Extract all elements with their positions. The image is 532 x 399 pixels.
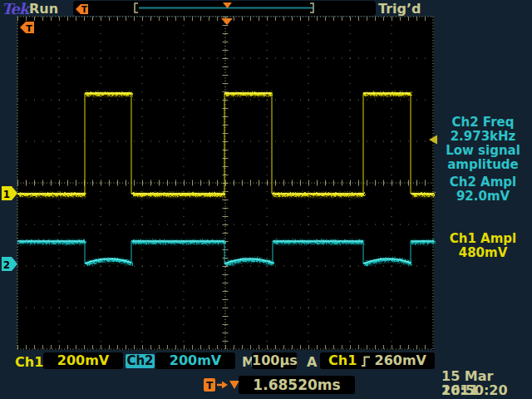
warning-line1: Low signal	[434, 144, 532, 158]
delay-arrow-head-icon	[222, 382, 228, 389]
acquisition-status: Run	[29, 1, 58, 17]
ch1-ampl-title: Ch1 Ampl	[434, 232, 532, 246]
trigger-status: Trig’d	[378, 1, 421, 17]
record-preview-bar	[73, 1, 376, 16]
ch1-ampl-value: 480mV	[434, 246, 532, 260]
ch1-scale-readout: 200mV	[43, 352, 123, 369]
warning-line2: amplitude	[434, 158, 532, 172]
rising-edge-icon	[361, 355, 371, 367]
clock-display: 16:50:20	[441, 383, 508, 397]
ch1-label: Ch1	[15, 354, 43, 370]
ch2-trace-edges	[85, 241, 411, 264]
ch1-ground-marker-label: 1	[3, 189, 10, 200]
waveform-traces	[17, 93, 434, 264]
trigger-source: Ch1	[328, 352, 357, 369]
graticule-area	[17, 17, 434, 350]
tek-logo: Tek	[2, 0, 28, 17]
ch1-ground-marker	[2, 186, 17, 200]
ch1-ampl-measurement: Ch1 Ampl 480mV	[434, 232, 532, 260]
trigger-position-icon	[221, 18, 233, 25]
graticule-grid	[17, 17, 433, 349]
trigger-time-flag-icon	[20, 22, 34, 33]
ch1-trace-glow	[17, 93, 434, 194]
ch2-ampl-title: Ch2 Ampl	[434, 175, 532, 190]
oscilloscope-screen: T T 1 2 T Tek Run Trig’d Ch2 Freq 2.973k…	[0, 0, 532, 399]
ch2-trace	[17, 241, 434, 264]
ch1-trace-edges	[85, 93, 411, 194]
trigger-mode-label: A	[307, 354, 317, 370]
trigger-readout: Ch1 260mV	[320, 352, 435, 369]
ch2-ground-marker	[2, 257, 17, 271]
timebase-readout: 100µs	[252, 352, 297, 369]
ch2-freq-measurement: Ch2 Freq 2.973kHz Low signal amplitude	[434, 116, 532, 172]
ch2-freq-title: Ch2 Freq	[434, 116, 532, 130]
ch2-ampl-value: 92.0mV	[434, 190, 532, 204]
ch2-freq-value: 2.973kHz	[434, 130, 532, 144]
ch2-ground-marker-label: 2	[3, 259, 10, 271]
trigger-level: 260mV	[375, 352, 426, 369]
ch2-ampl-measurement: Ch2 Ampl 92.0mV	[434, 175, 532, 204]
ch1-trace-core	[17, 93, 434, 194]
delay-time-readout: 1.68520ms	[239, 376, 355, 394]
ch2-trace-core	[17, 241, 434, 264]
ch2-scale-readout: 200mV	[155, 352, 235, 369]
ch2-label: Ch2	[126, 354, 155, 368]
delay-trigger-icon-label: T	[206, 380, 214, 392]
delay-trigger-icon	[204, 378, 215, 392]
ch2-trace-glow	[17, 241, 434, 264]
ch1-trace	[17, 93, 434, 194]
trigger-time-flag-label: T	[26, 23, 32, 34]
